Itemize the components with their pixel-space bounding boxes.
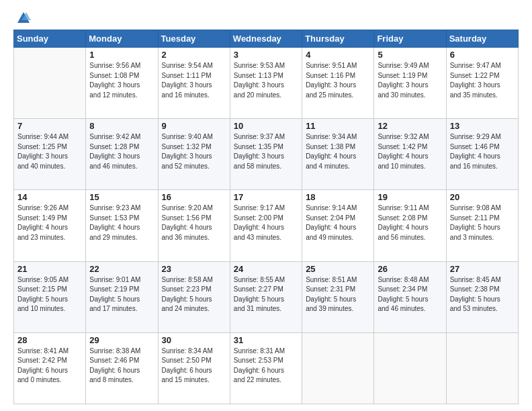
logo [13, 11, 31, 23]
calendar-week-row: 14Sunrise: 9:26 AMSunset: 1:49 PMDayligh… [14, 190, 519, 261]
calendar-week-row: 1Sunrise: 9:56 AMSunset: 1:08 PMDaylight… [14, 48, 519, 119]
day-number: 28 [17, 335, 82, 345]
day-detail: Sunrise: 9:47 AMSunset: 1:22 PMDaylight:… [450, 61, 515, 100]
day-number: 24 [234, 264, 298, 274]
day-number: 22 [89, 264, 154, 274]
calendar-cell [14, 48, 86, 119]
calendar-cell: 3Sunrise: 9:53 AMSunset: 1:13 PMDaylight… [230, 48, 302, 119]
day-detail: Sunrise: 9:34 AMSunset: 1:38 PMDaylight:… [306, 132, 370, 171]
day-number: 18 [306, 192, 370, 202]
calendar-cell: 10Sunrise: 9:37 AMSunset: 1:35 PMDayligh… [230, 119, 302, 190]
calendar-cell: 28Sunrise: 8:41 AMSunset: 2:42 PMDayligh… [14, 332, 86, 404]
day-number: 15 [89, 192, 154, 202]
day-number: 9 [162, 121, 226, 131]
day-detail: Sunrise: 9:01 AMSunset: 2:19 PMDaylight:… [89, 275, 154, 314]
calendar-cell: 14Sunrise: 9:26 AMSunset: 1:49 PMDayligh… [14, 190, 86, 261]
day-number: 11 [306, 121, 370, 131]
calendar-week-row: 7Sunrise: 9:44 AMSunset: 1:25 PMDaylight… [14, 119, 519, 190]
day-number: 29 [89, 335, 154, 345]
col-header-tuesday: Tuesday [158, 30, 230, 48]
col-header-thursday: Thursday [302, 30, 374, 48]
day-detail: Sunrise: 9:32 AMSunset: 1:42 PMDaylight:… [378, 132, 442, 171]
day-number: 21 [17, 264, 82, 274]
calendar-cell: 18Sunrise: 9:14 AMSunset: 2:04 PMDayligh… [302, 190, 374, 261]
col-header-wednesday: Wednesday [230, 30, 302, 48]
calendar-cell: 30Sunrise: 8:34 AMSunset: 2:50 PMDayligh… [158, 332, 230, 404]
day-detail: Sunrise: 8:31 AMSunset: 2:53 PMDaylight:… [234, 347, 298, 385]
day-number: 5 [378, 50, 442, 60]
day-number: 14 [17, 192, 82, 202]
day-number: 1 [89, 50, 154, 60]
day-number: 30 [162, 335, 226, 345]
day-number: 20 [450, 192, 515, 202]
calendar-cell: 22Sunrise: 9:01 AMSunset: 2:19 PMDayligh… [86, 261, 158, 332]
day-number: 23 [162, 264, 226, 274]
col-header-sunday: Sunday [14, 30, 86, 48]
day-number: 4 [306, 50, 370, 60]
calendar-cell: 23Sunrise: 8:58 AMSunset: 2:23 PMDayligh… [158, 261, 230, 332]
calendar-cell: 27Sunrise: 8:45 AMSunset: 2:38 PMDayligh… [446, 261, 518, 332]
day-detail: Sunrise: 9:11 AMSunset: 2:08 PMDaylight:… [378, 203, 442, 242]
day-detail: Sunrise: 9:26 AMSunset: 1:49 PMDaylight:… [17, 203, 82, 242]
calendar-week-row: 21Sunrise: 9:05 AMSunset: 2:15 PMDayligh… [14, 261, 519, 332]
day-detail: Sunrise: 9:56 AMSunset: 1:08 PMDaylight:… [89, 61, 154, 100]
day-detail: Sunrise: 8:41 AMSunset: 2:42 PMDaylight:… [17, 347, 82, 385]
day-detail: Sunrise: 9:44 AMSunset: 1:25 PMDaylight:… [17, 132, 82, 171]
calendar-cell: 13Sunrise: 9:29 AMSunset: 1:46 PMDayligh… [446, 119, 518, 190]
day-number: 25 [306, 264, 370, 274]
day-detail: Sunrise: 9:17 AMSunset: 2:00 PMDaylight:… [234, 203, 298, 242]
calendar-table: SundayMondayTuesdayWednesdayThursdayFrid… [13, 30, 519, 404]
day-detail: Sunrise: 9:37 AMSunset: 1:35 PMDaylight:… [234, 132, 298, 171]
calendar-cell: 1Sunrise: 9:56 AMSunset: 1:08 PMDaylight… [86, 48, 158, 119]
day-detail: Sunrise: 9:23 AMSunset: 1:53 PMDaylight:… [89, 203, 154, 242]
day-detail: Sunrise: 9:08 AMSunset: 2:11 PMDaylight:… [450, 203, 515, 242]
day-number: 7 [17, 121, 82, 131]
calendar-cell: 29Sunrise: 8:38 AMSunset: 2:46 PMDayligh… [86, 332, 158, 404]
day-detail: Sunrise: 9:42 AMSunset: 1:28 PMDaylight:… [89, 132, 154, 171]
calendar-week-row: 28Sunrise: 8:41 AMSunset: 2:42 PMDayligh… [14, 332, 519, 404]
day-detail: Sunrise: 8:58 AMSunset: 2:23 PMDaylight:… [162, 275, 226, 314]
day-detail: Sunrise: 9:51 AMSunset: 1:16 PMDaylight:… [306, 61, 370, 100]
calendar-cell: 11Sunrise: 9:34 AMSunset: 1:38 PMDayligh… [302, 119, 374, 190]
day-detail: Sunrise: 8:38 AMSunset: 2:46 PMDaylight:… [89, 347, 154, 385]
calendar-cell: 4Sunrise: 9:51 AMSunset: 1:16 PMDaylight… [302, 48, 374, 119]
calendar-cell: 12Sunrise: 9:32 AMSunset: 1:42 PMDayligh… [374, 119, 446, 190]
calendar-cell: 21Sunrise: 9:05 AMSunset: 2:15 PMDayligh… [14, 261, 86, 332]
col-header-friday: Friday [374, 30, 446, 48]
calendar-cell [302, 332, 374, 404]
calendar-cell: 16Sunrise: 9:20 AMSunset: 1:56 PMDayligh… [158, 190, 230, 261]
day-number: 19 [378, 192, 442, 202]
day-number: 10 [234, 121, 298, 131]
col-header-saturday: Saturday [446, 30, 518, 48]
day-number: 8 [89, 121, 154, 131]
day-detail: Sunrise: 9:20 AMSunset: 1:56 PMDaylight:… [162, 203, 226, 242]
day-number: 16 [162, 192, 226, 202]
calendar-cell: 7Sunrise: 9:44 AMSunset: 1:25 PMDaylight… [14, 119, 86, 190]
day-number: 27 [450, 264, 515, 274]
day-detail: Sunrise: 8:45 AMSunset: 2:38 PMDaylight:… [450, 275, 515, 314]
calendar-cell [374, 332, 446, 404]
day-detail: Sunrise: 9:53 AMSunset: 1:13 PMDaylight:… [234, 61, 298, 100]
calendar-cell: 2Sunrise: 9:54 AMSunset: 1:11 PMDaylight… [158, 48, 230, 119]
calendar-cell: 25Sunrise: 8:51 AMSunset: 2:31 PMDayligh… [302, 261, 374, 332]
calendar-header-row: SundayMondayTuesdayWednesdayThursdayFrid… [14, 30, 519, 48]
day-number: 31 [234, 335, 298, 345]
calendar-cell: 24Sunrise: 8:55 AMSunset: 2:27 PMDayligh… [230, 261, 302, 332]
col-header-monday: Monday [86, 30, 158, 48]
day-number: 26 [378, 264, 442, 274]
day-detail: Sunrise: 8:55 AMSunset: 2:27 PMDaylight:… [234, 275, 298, 314]
calendar-cell: 26Sunrise: 8:48 AMSunset: 2:34 PMDayligh… [374, 261, 446, 332]
day-detail: Sunrise: 8:34 AMSunset: 2:50 PMDaylight:… [162, 347, 226, 385]
day-number: 6 [450, 50, 515, 60]
calendar-cell: 6Sunrise: 9:47 AMSunset: 1:22 PMDaylight… [446, 48, 518, 119]
day-detail: Sunrise: 9:40 AMSunset: 1:32 PMDaylight:… [162, 132, 226, 171]
calendar-cell: 31Sunrise: 8:31 AMSunset: 2:53 PMDayligh… [230, 332, 302, 404]
page: SundayMondayTuesdayWednesdayThursdayFrid… [0, 0, 532, 411]
day-number: 3 [234, 50, 298, 60]
calendar-cell: 20Sunrise: 9:08 AMSunset: 2:11 PMDayligh… [446, 190, 518, 261]
logo-icon [16, 11, 31, 26]
calendar-cell: 15Sunrise: 9:23 AMSunset: 1:53 PMDayligh… [86, 190, 158, 261]
day-number: 13 [450, 121, 515, 131]
calendar-cell: 5Sunrise: 9:49 AMSunset: 1:19 PMDaylight… [374, 48, 446, 119]
calendar-cell: 17Sunrise: 9:17 AMSunset: 2:00 PMDayligh… [230, 190, 302, 261]
